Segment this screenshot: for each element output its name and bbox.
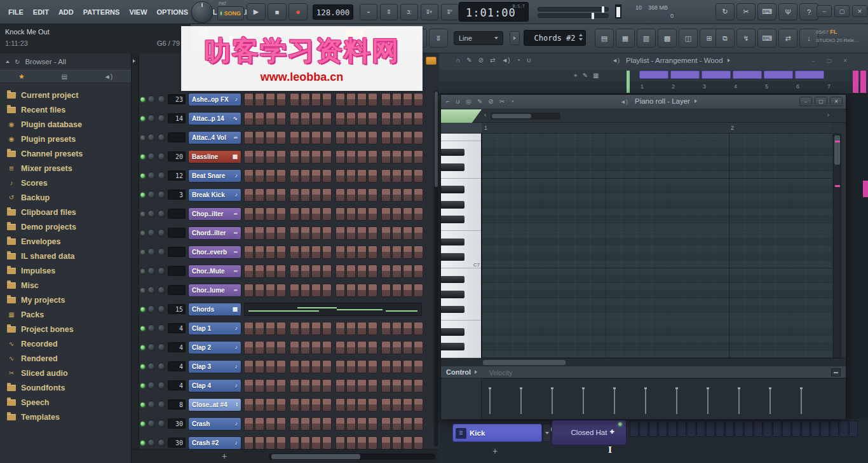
step-cell[interactable] [782,420,791,437]
step-cell[interactable] [336,417,345,431]
expand-button[interactable] [543,424,551,442]
pattern-clip[interactable] [764,71,793,79]
step-cell[interactable] [368,131,377,144]
step-cell[interactable] [266,284,275,297]
step-cell[interactable] [392,265,402,278]
snap-selector[interactable]: Line [454,31,503,45]
scroll-right-icon[interactable]: › [827,111,829,118]
step-cell[interactable] [403,93,412,106]
step-cell[interactable] [276,188,286,202]
step-cell[interactable] [322,284,332,297]
step-cell[interactable] [266,398,275,411]
files-tab-icon[interactable]: ▤ [62,73,67,80]
step-cell[interactable] [311,150,321,163]
channel-led[interactable] [140,384,145,388]
channel-led[interactable] [140,269,145,273]
step-cell[interactable] [368,284,377,297]
step-cell[interactable] [811,420,820,437]
step-cell[interactable] [368,265,377,278]
black-key[interactable] [441,343,465,350]
black-key[interactable] [441,328,465,336]
step-cell[interactable] [255,150,264,163]
step-cell[interactable] [311,226,321,240]
piano-key[interactable] [441,141,481,149]
velocity-stem[interactable] [707,389,709,414]
step-cell[interactable] [244,436,254,450]
step-cell[interactable] [322,169,332,183]
step-cell[interactable] [244,131,254,144]
add-channel-button[interactable]: + [222,451,227,461]
loop-record-icon[interactable]: ↻ [715,3,735,20]
piano-key[interactable] [441,186,481,193]
step-cell[interactable] [381,265,391,278]
channel-led[interactable] [140,422,145,426]
browser-item-impulses[interactable]: Impulses [0,263,131,278]
step-cell[interactable] [403,360,412,373]
step-cell[interactable] [414,265,423,278]
step-cell[interactable] [403,169,412,183]
browser-item-recent-files[interactable]: Recent files [0,102,131,117]
step-sequencer[interactable] [244,131,424,144]
piano-roll-timeline[interactable]: 1 2 [482,123,832,134]
step-cell[interactable] [830,420,839,437]
browser-item-packs[interactable]: ▦Packs [0,307,131,322]
piano-key[interactable] [441,321,481,328]
step-cell[interactable] [403,131,412,144]
step-cell[interactable] [311,169,321,183]
step-cell[interactable] [276,112,286,125]
pianoroll-view-icon[interactable]: ▦ [616,29,635,48]
piano-roll-hscrollbar[interactable] [491,113,560,120]
pan-knob[interactable] [147,439,155,446]
step-cell[interactable] [392,188,402,202]
step-cell[interactable] [392,379,402,392]
step-cell[interactable] [357,284,367,297]
metronome-icon[interactable]: ʬ [429,29,448,48]
pan-knob[interactable] [147,134,155,141]
step-cell[interactable] [357,207,367,221]
step-cell[interactable] [244,245,254,259]
step-cell[interactable] [403,322,412,335]
step-cell[interactable] [255,398,264,411]
step-cell[interactable] [290,417,299,431]
step-cell[interactable] [392,284,402,297]
step-cell[interactable] [754,420,763,437]
step-cell[interactable] [630,420,639,437]
piano-key[interactable] [441,179,481,186]
step-cell[interactable] [381,379,391,392]
step-cell[interactable] [301,284,310,297]
mixer-view-icon[interactable]: ▩ [658,29,677,48]
step-cell[interactable] [414,188,423,202]
step-cell[interactable] [244,150,254,163]
step-cell[interactable] [346,417,356,431]
piano-roll-vscrollbar[interactable] [833,134,841,358]
step-cell[interactable] [311,265,321,278]
step-cell[interactable] [403,207,412,221]
step-cell[interactable] [820,420,829,437]
plug-icon[interactable]: ↯ [736,29,756,48]
piano-roll-titlebar[interactable]: ⌐∪◎✎⊘✂◔ ◄) Piano roll - Layer –▢✕ [441,95,846,109]
maximize-button[interactable]: ▢ [823,56,836,66]
playlist-title[interactable]: Playlist - Arrangement - Wood [626,57,730,64]
step-cell[interactable] [392,226,402,240]
piano-key[interactable] [441,313,481,321]
step-cell[interactable] [322,188,332,202]
step-cell[interactable] [357,436,367,450]
scrollbar-handle[interactable] [834,135,840,165]
step-cell[interactable] [311,417,321,431]
step-cell[interactable] [301,131,310,144]
step-cell[interactable] [266,265,275,278]
speaker-icon[interactable]: ◄) [620,99,628,105]
step-cell[interactable] [414,436,423,450]
step-cell[interactable] [357,398,367,411]
volume-knob[interactable] [158,324,165,332]
pattern-clip[interactable] [639,71,668,79]
step-cell[interactable] [357,226,367,240]
pan-knob[interactable] [147,382,155,389]
step-cell[interactable] [276,207,286,221]
pan-knob[interactable] [147,95,155,103]
step-cell[interactable] [255,245,264,259]
step-cell[interactable] [414,245,423,259]
collapse-control-button[interactable] [831,368,841,377]
step-cell[interactable] [301,417,310,431]
wrench-icon[interactable]: ⌐ [446,98,450,105]
